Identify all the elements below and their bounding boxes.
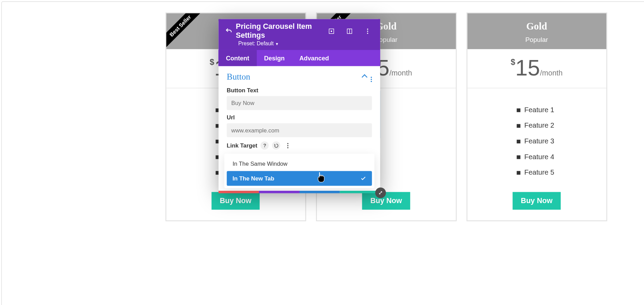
field-more-icon[interactable] — [284, 141, 292, 150]
link-target-dropdown: In The Same Window In The New Tab — [224, 154, 374, 188]
feature-text: Feature 1 — [524, 106, 554, 114]
page-canvas: Best Seller Gold Popular $15/month Featu… — [1, 1, 644, 305]
tab-advanced[interactable]: Advanced — [292, 50, 336, 66]
currency: $ — [210, 57, 214, 66]
check-icon — [361, 176, 366, 181]
feature-list: Feature 1 Feature 2 Feature 3 Feature 4 … — [467, 88, 606, 192]
url-label: Url — [227, 114, 372, 121]
tab-content[interactable]: Content — [219, 50, 257, 66]
modal-tabs: Content Design Advanced — [219, 50, 380, 66]
preset-label: Preset: Default — [238, 40, 274, 47]
card-title: Gold — [467, 21, 606, 32]
pricing-card: Best Seller Gold Popular $15/month Featu… — [466, 12, 607, 221]
card-header: Gold Popular — [467, 13, 606, 49]
feature-text: Feature 5 — [524, 168, 554, 177]
buy-now-button[interactable]: Buy Now — [513, 192, 561, 210]
period: /month — [540, 69, 562, 77]
card-subtitle: Popular — [467, 36, 606, 44]
link-target-label: Link Target — [227, 142, 257, 149]
tab-design[interactable]: Design — [257, 50, 292, 66]
section-title: Button — [227, 72, 251, 82]
bullet-icon — [517, 124, 520, 128]
dropdown-option-new-tab[interactable]: In The New Tab — [227, 171, 372, 186]
bullet-icon — [517, 155, 520, 159]
bullet-icon — [517, 140, 520, 143]
modal-body: Button Button Text Url Link Target ? In … — [219, 66, 380, 192]
section-more-icon[interactable] — [371, 72, 372, 82]
layout-icon[interactable] — [343, 25, 355, 37]
more-icon[interactable] — [361, 25, 374, 37]
back-icon[interactable] — [223, 25, 235, 37]
price-row: $15/month — [467, 49, 606, 88]
collapse-icon[interactable] — [363, 73, 367, 81]
dropdown-option-label: In The New Tab — [232, 175, 274, 181]
buy-now-button[interactable]: Buy Now — [362, 192, 410, 210]
price: 15 — [515, 55, 540, 80]
help-icon[interactable]: ? — [261, 141, 269, 150]
bullet-icon — [517, 171, 520, 175]
resize-handle-icon[interactable] — [375, 187, 386, 198]
list-item: Feature 1 — [517, 102, 606, 118]
cursor-pointer-icon — [317, 172, 325, 183]
list-item: Feature 2 — [517, 118, 606, 134]
dropdown-option-same-window[interactable]: In The Same Window — [227, 156, 372, 171]
feature-text: Feature 3 — [524, 137, 554, 145]
reset-icon[interactable] — [272, 141, 280, 150]
bullet-icon — [517, 108, 520, 112]
modal-footer-stripe — [219, 191, 380, 193]
preset-selector[interactable]: Preset: Default ▼ — [219, 40, 380, 50]
period: /month — [389, 69, 412, 77]
settings-modal: Pricing Carousel Item Settings Preset: D… — [219, 19, 380, 192]
expand-icon[interactable] — [325, 25, 337, 37]
url-input[interactable] — [227, 123, 372, 137]
feature-text: Feature 2 — [524, 121, 554, 130]
list-item: Feature 3 — [517, 133, 606, 149]
feature-text: Feature 4 — [524, 153, 554, 161]
currency: $ — [511, 57, 515, 66]
button-text-input[interactable] — [227, 96, 372, 110]
modal-header[interactable]: Pricing Carousel Item Settings Preset: D… — [219, 19, 380, 66]
button-text-label: Button Text — [227, 87, 372, 94]
list-item: Feature 5 — [517, 165, 606, 180]
modal-title: Pricing Carousel Item Settings — [236, 22, 325, 39]
svg-point-1 — [331, 31, 332, 32]
buy-now-button[interactable]: Buy Now — [211, 192, 259, 210]
list-item: Feature 4 — [517, 149, 606, 165]
